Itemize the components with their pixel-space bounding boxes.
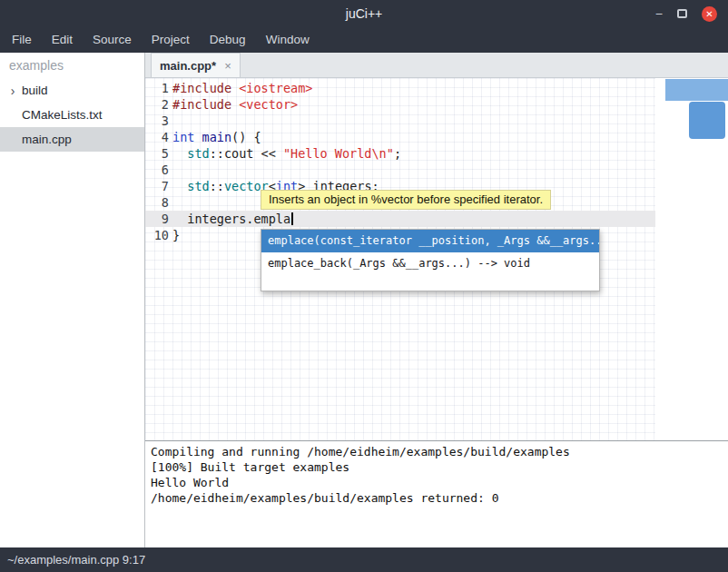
code-line-2[interactable]: 2#include <vector> <box>145 96 655 113</box>
token-plain: () { <box>231 130 261 144</box>
file-name: CMakeLists.txt <box>22 108 103 122</box>
token-string: <iostream> <box>239 81 312 95</box>
token-plain <box>231 81 239 95</box>
token-plain: :: <box>210 179 224 193</box>
line-number: 5 <box>145 145 169 162</box>
token-namespace: std <box>187 146 209 161</box>
line-number: 9 <box>145 211 169 227</box>
project-name: examples <box>0 53 144 78</box>
token-plain: integers.empla <box>187 212 290 226</box>
restore-button[interactable] <box>677 9 687 18</box>
line-number: 7 <box>145 178 169 194</box>
token-plain <box>172 212 187 226</box>
token-keyword: int <box>172 130 194 144</box>
code-text: #include <iostream> <box>172 80 312 96</box>
menu-debug[interactable]: Debug <box>200 27 256 53</box>
main-area: main.cpp* × 1#include <iostream>2#includ… <box>145 53 728 547</box>
code-text: #include <vector> <box>172 96 298 113</box>
menu-edit[interactable]: Edit <box>42 27 83 53</box>
juci-window: juCi++ − ✕ FileEditSourceProjectDebugWin… <box>0 0 728 572</box>
tab-label: main.cpp* <box>160 59 216 73</box>
token-string: <vector> <box>239 97 298 112</box>
editor[interactable]: 1#include <iostream>2#include <vector>34… <box>145 78 728 440</box>
token-plain: cout <box>224 146 254 161</box>
file-tree-item-build[interactable]: ›build <box>0 78 144 103</box>
token-preproc: #include <box>172 97 231 112</box>
code-text: integers.empla <box>172 211 293 227</box>
expander-chevron-icon[interactable]: › <box>4 84 22 98</box>
file-tree-item-cmakelists-txt[interactable]: CMakeLists.txt <box>0 103 144 127</box>
token-plain: ; <box>394 146 401 161</box>
status-file-position: ~/examples/main.cpp 9:17 <box>7 553 145 567</box>
text-cursor <box>291 212 293 225</box>
token-preproc: #include <box>172 81 231 95</box>
file-tree-item-main-cpp[interactable]: main.cpp <box>0 127 144 152</box>
line-number: 6 <box>145 162 169 178</box>
title-bar[interactable]: juCi++ − ✕ <box>0 0 728 27</box>
token-plain: :: <box>210 146 224 161</box>
window-title: juCi++ <box>346 6 382 21</box>
file-tree: ›buildCMakeLists.txtmain.cpp <box>0 78 144 152</box>
code-line-5[interactable]: 5 std::cout << "Hello World\n"; <box>145 145 655 162</box>
scroll-indicator-thumb[interactable] <box>689 102 725 139</box>
code-text: int main() { <box>172 129 261 145</box>
terminal-line: Compiling and running /home/eidheim/exam… <box>151 444 728 459</box>
menu-window[interactable]: Window <box>256 27 320 53</box>
line-number: 4 <box>145 129 169 145</box>
line-number: 3 <box>145 113 169 129</box>
completion-item-1[interactable]: emplace(const_iterator __position, _Args… <box>261 230 599 252</box>
terminal-output[interactable]: Compiling and running /home/eidheim/exam… <box>145 440 728 547</box>
line-number: 1 <box>145 80 169 96</box>
menu-bar: FileEditSourceProjectDebugWindow <box>0 27 728 53</box>
tab-main-cpp[interactable]: main.cpp* × <box>151 53 241 77</box>
scroll-indicator-track[interactable] <box>665 79 728 101</box>
menu-source[interactable]: Source <box>83 27 142 53</box>
token-string: "Hello World\n" <box>283 146 394 161</box>
tab-close-icon[interactable]: × <box>224 59 231 73</box>
sidebar: examples ›buildCMakeLists.txtmain.cpp <box>0 53 145 547</box>
completion-popup: emplace(const_iterator __position, _Args… <box>261 229 600 291</box>
terminal-line: /home/eidheim/examples/build/examples re… <box>151 490 728 506</box>
file-name: build <box>22 84 48 97</box>
minimize-button[interactable]: − <box>655 0 663 27</box>
code-line-6[interactable]: 6 <box>145 162 655 178</box>
completion-item-2[interactable]: emplace_back(_Args &&__args...) --> void <box>261 252 599 275</box>
code-line-4[interactable]: 4int main() { <box>145 129 655 145</box>
status-bar: ~/examples/main.cpp 9:17 <box>0 547 728 572</box>
token-namespace: std <box>187 179 209 193</box>
doc-tooltip: Inserts an object in %vector before spec… <box>261 190 551 210</box>
token-function: main <box>202 130 232 144</box>
close-button[interactable]: ✕ <box>702 6 717 22</box>
line-number: 10 <box>145 227 169 243</box>
code-line-9[interactable]: 9 integers.empla <box>145 211 655 227</box>
menu-project[interactable]: Project <box>142 27 200 53</box>
token-plain: } <box>172 228 180 242</box>
token-plain <box>194 130 202 144</box>
tab-bar: main.cpp* × <box>145 53 728 78</box>
token-plain <box>172 179 187 193</box>
token-plain <box>231 97 239 112</box>
token-plain: << <box>253 146 283 161</box>
line-number: 2 <box>145 96 169 113</box>
code-text: std::cout << "Hello World\n"; <box>172 145 401 162</box>
terminal-line: Hello World <box>151 475 728 490</box>
code-line-3[interactable]: 3 <box>145 113 655 129</box>
code-line-1[interactable]: 1#include <iostream> <box>145 80 655 96</box>
line-number: 8 <box>145 194 169 211</box>
file-name: main.cpp <box>22 133 72 146</box>
menu-file[interactable]: File <box>2 27 42 53</box>
terminal-line: [100%] Built target examples <box>151 459 728 475</box>
token-plain <box>172 146 187 161</box>
code-text: } <box>172 227 180 243</box>
window-controls: − ✕ <box>655 0 717 27</box>
